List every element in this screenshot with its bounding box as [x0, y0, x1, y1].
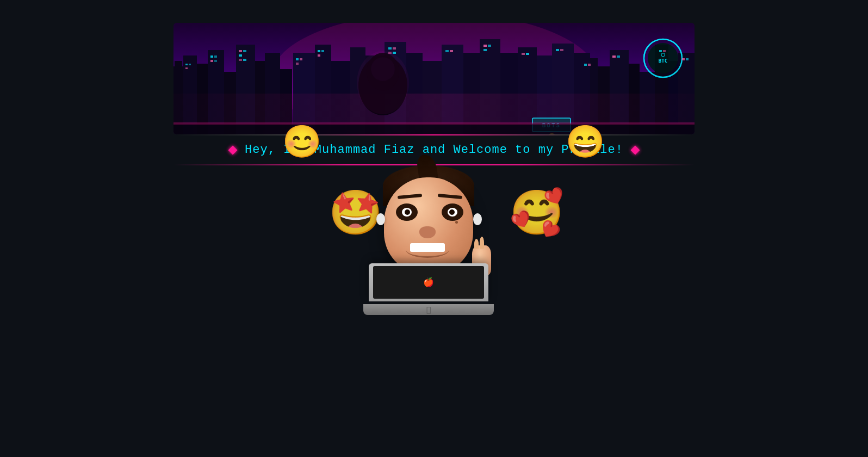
svg-rect-97 [682, 58, 685, 60]
svg-rect-33 [239, 59, 242, 61]
svg-rect-26 [210, 55, 213, 58]
banner-svg: BTC [173, 23, 695, 134]
svg-rect-79 [393, 47, 396, 50]
laptop:  🍎 [363, 263, 494, 315]
svg-rect-92 [588, 64, 591, 66]
face-skin [384, 177, 473, 273]
welcome-bar: Hey, I'm Muhammad Fiaz and Welcome to my… [173, 135, 695, 164]
finger-2 [480, 237, 484, 249]
svg-rect-95 [659, 50, 662, 52]
svg-rect-28 [210, 60, 213, 62]
diamond-right-icon [630, 145, 640, 155]
svg-rect-23 [185, 64, 188, 65]
laptop-base:  [363, 304, 494, 315]
svg-rect-94 [617, 55, 620, 58]
eye-right [442, 203, 463, 221]
nose [419, 226, 436, 238]
svg-rect-25 [185, 67, 188, 69]
content-wrapper: BTC [173, 0, 695, 165]
eyebrow-left [398, 194, 422, 199]
svg-rect-98 [686, 58, 689, 60]
apple-logo:  [426, 305, 431, 314]
svg-rect-34 [243, 59, 246, 61]
svg-rect-80 [388, 52, 392, 54]
svg-rect-32 [239, 54, 242, 57]
svg-rect-93 [612, 55, 616, 58]
earbud-left [376, 213, 385, 225]
svg-rect-73 [300, 58, 302, 60]
svg-rect-88 [526, 53, 529, 55]
svg-point-63 [357, 51, 409, 114]
svg-text:⬡: ⬡ [661, 52, 665, 58]
svg-rect-82 [445, 50, 449, 52]
eye-left [396, 203, 418, 221]
svg-rect-85 [488, 45, 491, 47]
svg-rect-29 [214, 60, 217, 62]
svg-rect-87 [522, 53, 525, 55]
avatar-love-eyes: 🥰 [510, 187, 564, 238]
svg-rect-86 [483, 49, 487, 51]
banner: BTC [173, 23, 695, 134]
svg-rect-99 [173, 123, 695, 134]
svg-rect-81 [393, 52, 396, 54]
avatar-center:  🍎 [374, 165, 494, 315]
svg-rect-24 [189, 64, 191, 65]
svg-rect-89 [556, 49, 559, 51]
svg-rect-91 [584, 64, 587, 66]
teeth [410, 243, 445, 252]
pupil-right [449, 209, 455, 215]
svg-rect-76 [321, 50, 324, 52]
finger-1 [474, 239, 479, 249]
svg-rect-75 [318, 50, 320, 52]
svg-rect-74 [296, 63, 299, 65]
pupil-left [405, 209, 410, 215]
svg-rect-78 [388, 47, 392, 50]
svg-rect-77 [318, 54, 320, 57]
svg-rect-90 [560, 49, 563, 51]
earbud-right [473, 213, 482, 225]
diamond-left-icon [228, 145, 238, 155]
svg-rect-83 [450, 50, 453, 52]
avatar-bottom-left: 😊 [282, 123, 321, 160]
eyebrow-right [438, 194, 462, 199]
mole [455, 221, 458, 224]
svg-text:BTC: BTC [659, 58, 667, 64]
svg-rect-84 [483, 45, 487, 47]
face-container [374, 165, 483, 280]
svg-rect-72 [296, 58, 299, 60]
svg-rect-30 [239, 50, 242, 52]
svg-rect-27 [214, 55, 217, 58]
svg-rect-100 [173, 122, 695, 125]
apple-icon: 🍎 [423, 277, 434, 288]
svg-rect-31 [243, 50, 246, 52]
avatar-bottom-right: 😄 [566, 123, 605, 160]
svg-rect-6 [175, 61, 182, 72]
svg-rect-96 [663, 50, 666, 52]
eye-white-left [402, 208, 412, 217]
page: BTC [0, 0, 868, 457]
eye-white-right [448, 208, 457, 217]
